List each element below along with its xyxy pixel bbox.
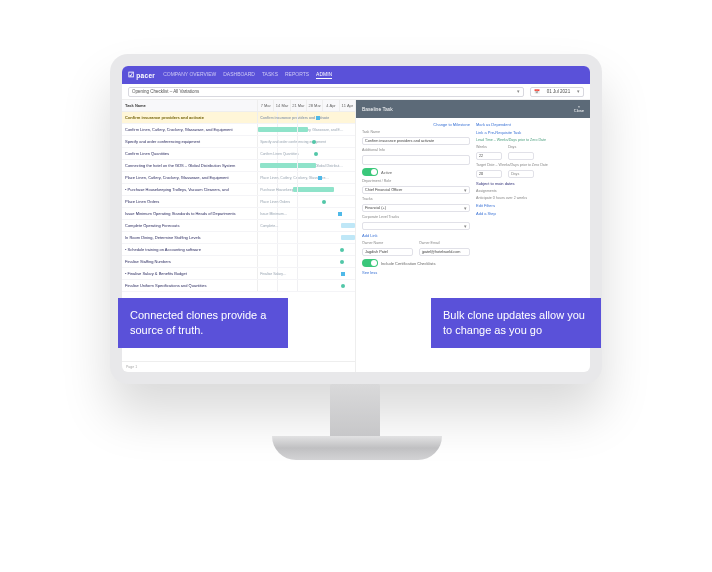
table-row[interactable]: Complete Operating ForecastsComplete…: [122, 220, 355, 232]
lead-weeks-input[interactable]: 22: [476, 152, 502, 160]
nav-admin[interactable]: ADMIN: [316, 71, 332, 79]
weeks-label: Weeks: [476, 145, 502, 149]
owner-email-value: jpatel@hotelworld.com: [422, 250, 460, 254]
task-name-input[interactable]: Confirm insurance providers and activate: [362, 137, 470, 145]
table-row[interactable]: Place Linen OrdersPlace Linen Orders: [122, 196, 355, 208]
gantt-cell: [257, 232, 355, 243]
top-navbar: ☑ pacer COMPANY OVERVIEWDASHBOARDTASKSRE…: [122, 66, 590, 84]
mark-dependent-link[interactable]: Mark as Dependent: [476, 122, 584, 127]
dept-value: Chief Financial Officer: [365, 188, 402, 192]
corp-tracks-dropdown[interactable]: ▾: [362, 222, 470, 230]
tracks-dropdown[interactable]: Financial (+) ▾: [362, 204, 470, 212]
gantt-bar-label: Place Linen, Cutlery, Crockery, Glasswar…: [258, 172, 355, 183]
owner-name-input[interactable]: Jagdish Patel: [362, 248, 413, 256]
table-row[interactable]: Finalise Uniform Specifications and Quan…: [122, 280, 355, 292]
task-name-value: Confirm insurance providers and activate: [365, 139, 434, 143]
task-name-cell: Place Linen Orders: [122, 199, 257, 204]
see-less-link[interactable]: See less: [362, 270, 470, 275]
task-name-cell: • Finalise Salary & Benefits Budget: [122, 271, 257, 276]
nav-company-overview[interactable]: COMPANY OVERVIEW: [163, 71, 216, 79]
task-name-cell: • Schedule training on Accounting softwa…: [122, 247, 257, 252]
dept-dropdown[interactable]: Chief Financial Officer ▾: [362, 186, 470, 194]
filter-bar: Opening Checklist – All Variations ▾ 📅 0…: [122, 84, 590, 100]
table-row[interactable]: Issue Minimum Operating Standards to Hea…: [122, 208, 355, 220]
include-cert-label: Include Certification Checklists: [381, 261, 435, 266]
gantt-bar-label: Place Linen Orders: [258, 196, 355, 207]
close-button[interactable]: ×Close: [574, 105, 584, 113]
calendar-icon: 📅: [534, 89, 540, 94]
table-row[interactable]: Specify and order conferencing equipment…: [122, 136, 355, 148]
include-cert-toggle[interactable]: [362, 259, 378, 267]
gantt-bar-label: Confirm insurance providers and activate: [258, 112, 355, 123]
table-row[interactable]: • Schedule training on Accounting softwa…: [122, 244, 355, 256]
table-row[interactable]: Confirm insurance providers and activate…: [122, 112, 355, 124]
tracks-label: Tracks: [362, 197, 470, 201]
target-date-label: Target Date – Weeks/Days prior to Zero D…: [476, 163, 584, 167]
table-row[interactable]: • Finalise Salary & Benefits BudgetFinal…: [122, 268, 355, 280]
active-toggle[interactable]: [362, 168, 378, 176]
gantt-col: 21 Mar: [290, 100, 306, 111]
logo-icon: ☑: [128, 71, 134, 79]
edit-filters-link[interactable]: Edit Filters: [476, 203, 584, 208]
change-to-milestone-link[interactable]: Change to Milestone: [433, 122, 470, 127]
days-label: Days: [508, 145, 534, 149]
gantt-cell: [257, 256, 355, 267]
chevron-down-icon: ▾: [517, 89, 520, 94]
subject-to-main-link[interactable]: Subject to main dates: [476, 181, 584, 186]
detail-title: Baseline Task: [362, 106, 393, 112]
target-weeks-value: 20: [479, 172, 483, 176]
target-days-input[interactable]: Days: [508, 170, 534, 178]
nav-tasks[interactable]: TASKS: [262, 71, 278, 79]
gantt-col: 7 Mar: [257, 100, 273, 111]
gantt-header-name: Task Name: [122, 103, 257, 108]
gantt-cell: Connecting the hotel on the GDS – Global…: [257, 160, 355, 171]
gantt-footer: Page 1: [122, 361, 355, 372]
owner-name-value: Jagdish Patel: [365, 250, 388, 254]
target-weeks-input[interactable]: 20: [476, 170, 502, 178]
task-name-cell: Complete Operating Forecasts: [122, 223, 257, 228]
table-row[interactable]: Confirm Linen QuantitiesConfirm Linen Qu…: [122, 148, 355, 160]
nav-links: COMPANY OVERVIEWDASHBOARDTASKSREPORTSADM…: [163, 71, 332, 79]
brand-logo: ☑ pacer: [128, 71, 155, 79]
dept-label: Department / Role: [362, 179, 470, 183]
task-name-cell: Connecting the hotel on the GDS – Global…: [122, 163, 257, 168]
assignments-note: Anticipate 0 hours over 2 weeks: [476, 196, 584, 200]
gantt-cell: Place Linen, Cutlery, Crockery, Glasswar…: [257, 172, 355, 183]
table-row[interactable]: Place Linen, Cutlery, Crockery, Glasswar…: [122, 172, 355, 184]
gantt-cell: Specify and order conferencing equipment: [257, 136, 355, 147]
variation-dropdown[interactable]: Opening Checklist – All Variations ▾: [128, 87, 524, 97]
assignments-label: Assignments: [476, 189, 584, 193]
nav-dashboard[interactable]: DASHBOARD: [223, 71, 255, 79]
brand-text: pacer: [136, 72, 155, 79]
add-link[interactable]: Add Link: [362, 233, 470, 238]
gantt-bar-label: Confirm Linen Quantities: [258, 148, 355, 159]
task-name-cell: In Room Dining, Determine Staffing Level…: [122, 235, 257, 240]
close-label: Close: [574, 108, 584, 113]
lead-days-input[interactable]: [508, 152, 534, 160]
gantt-bar-label: Specify and order conferencing equipment: [258, 136, 355, 147]
additional-info-input[interactable]: [362, 155, 470, 165]
task-name-cell: Finalise Staffing Numbers: [122, 259, 257, 264]
gantt-cell: Complete…: [257, 220, 355, 231]
table-row[interactable]: In Room Dining, Determine Staffing Level…: [122, 232, 355, 244]
gantt-cell: Issue Minimum…: [257, 208, 355, 219]
variation-value: Opening Checklist – All Variations: [132, 89, 199, 94]
table-row[interactable]: Finalise Staffing Numbers: [122, 256, 355, 268]
nav-reports[interactable]: REPORTS: [285, 71, 309, 79]
owner-email-input[interactable]: jpatel@hotelworld.com: [419, 248, 470, 256]
callout-left: Connected clones provide a source of tru…: [118, 298, 288, 348]
add-step-link[interactable]: Add a Step: [476, 211, 584, 216]
corp-tracks-label: Corporate Level Tracks: [362, 215, 470, 219]
table-row[interactable]: Connecting the hotel on the GDS – Global…: [122, 160, 355, 172]
table-row[interactable]: Confirm Linen, Cutlery, Crockery, Glassw…: [122, 124, 355, 136]
callout-right: Bulk clone updates allow you to change a…: [431, 298, 601, 348]
task-name-cell: Finalise Uniform Specifications and Quan…: [122, 283, 257, 288]
task-name-label: Task Name: [362, 130, 470, 134]
date-picker[interactable]: 📅 01 Jul 2021 ▾: [530, 87, 584, 97]
link-prereq-link[interactable]: Link a Pre-Requisite Task: [476, 130, 584, 135]
chevron-down-icon: ▾: [464, 206, 467, 211]
task-name-cell: • Purchase Housekeeping Trolleys, Vacuum…: [122, 187, 257, 192]
task-name-cell: Confirm insurance providers and activate: [122, 115, 257, 120]
table-row[interactable]: • Purchase Housekeeping Trolleys, Vacuum…: [122, 184, 355, 196]
gantt-cell: [257, 280, 355, 291]
